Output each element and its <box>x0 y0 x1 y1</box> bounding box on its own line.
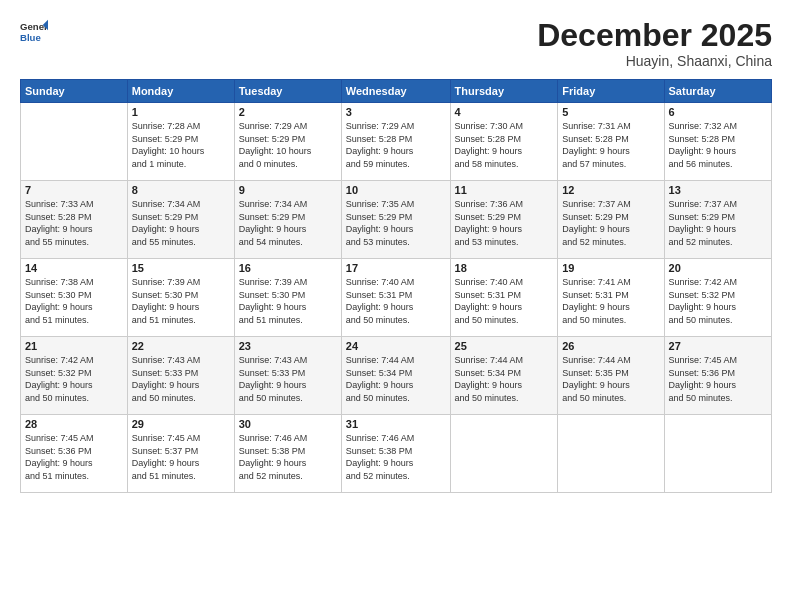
day-number: 10 <box>346 184 446 196</box>
weekday-header-sunday: Sunday <box>21 80 128 103</box>
calendar-cell: 10Sunrise: 7:35 AM Sunset: 5:29 PM Dayli… <box>341 181 450 259</box>
calendar-cell: 24Sunrise: 7:44 AM Sunset: 5:34 PM Dayli… <box>341 337 450 415</box>
day-number: 9 <box>239 184 337 196</box>
day-detail: Sunrise: 7:46 AM Sunset: 5:38 PM Dayligh… <box>239 432 337 482</box>
day-number: 11 <box>455 184 554 196</box>
day-number: 5 <box>562 106 659 118</box>
day-number: 28 <box>25 418 123 430</box>
day-detail: Sunrise: 7:43 AM Sunset: 5:33 PM Dayligh… <box>239 354 337 404</box>
day-number: 7 <box>25 184 123 196</box>
day-number: 24 <box>346 340 446 352</box>
calendar-cell: 12Sunrise: 7:37 AM Sunset: 5:29 PM Dayli… <box>558 181 664 259</box>
day-number: 27 <box>669 340 767 352</box>
day-number: 6 <box>669 106 767 118</box>
day-detail: Sunrise: 7:35 AM Sunset: 5:29 PM Dayligh… <box>346 198 446 248</box>
calendar-cell: 25Sunrise: 7:44 AM Sunset: 5:34 PM Dayli… <box>450 337 558 415</box>
day-detail: Sunrise: 7:37 AM Sunset: 5:29 PM Dayligh… <box>669 198 767 248</box>
svg-text:General: General <box>20 21 48 32</box>
day-number: 26 <box>562 340 659 352</box>
calendar-cell: 3Sunrise: 7:29 AM Sunset: 5:28 PM Daylig… <box>341 103 450 181</box>
calendar-cell: 18Sunrise: 7:40 AM Sunset: 5:31 PM Dayli… <box>450 259 558 337</box>
calendar-cell: 4Sunrise: 7:30 AM Sunset: 5:28 PM Daylig… <box>450 103 558 181</box>
day-detail: Sunrise: 7:45 AM Sunset: 5:36 PM Dayligh… <box>669 354 767 404</box>
calendar-cell: 30Sunrise: 7:46 AM Sunset: 5:38 PM Dayli… <box>234 415 341 493</box>
weekday-header-tuesday: Tuesday <box>234 80 341 103</box>
day-number: 3 <box>346 106 446 118</box>
calendar-cell: 7Sunrise: 7:33 AM Sunset: 5:28 PM Daylig… <box>21 181 128 259</box>
day-detail: Sunrise: 7:34 AM Sunset: 5:29 PM Dayligh… <box>239 198 337 248</box>
svg-text:Blue: Blue <box>20 32 41 43</box>
day-detail: Sunrise: 7:40 AM Sunset: 5:31 PM Dayligh… <box>455 276 554 326</box>
calendar-cell: 27Sunrise: 7:45 AM Sunset: 5:36 PM Dayli… <box>664 337 771 415</box>
day-number: 2 <box>239 106 337 118</box>
calendar-cell: 20Sunrise: 7:42 AM Sunset: 5:32 PM Dayli… <box>664 259 771 337</box>
day-detail: Sunrise: 7:37 AM Sunset: 5:29 PM Dayligh… <box>562 198 659 248</box>
logo-icon: General Blue <box>20 18 48 46</box>
calendar-cell: 9Sunrise: 7:34 AM Sunset: 5:29 PM Daylig… <box>234 181 341 259</box>
day-number: 12 <box>562 184 659 196</box>
day-number: 21 <box>25 340 123 352</box>
calendar-cell: 16Sunrise: 7:39 AM Sunset: 5:30 PM Dayli… <box>234 259 341 337</box>
day-detail: Sunrise: 7:46 AM Sunset: 5:38 PM Dayligh… <box>346 432 446 482</box>
day-detail: Sunrise: 7:29 AM Sunset: 5:28 PM Dayligh… <box>346 120 446 170</box>
calendar-cell: 8Sunrise: 7:34 AM Sunset: 5:29 PM Daylig… <box>127 181 234 259</box>
day-detail: Sunrise: 7:39 AM Sunset: 5:30 PM Dayligh… <box>239 276 337 326</box>
day-detail: Sunrise: 7:42 AM Sunset: 5:32 PM Dayligh… <box>25 354 123 404</box>
day-detail: Sunrise: 7:45 AM Sunset: 5:36 PM Dayligh… <box>25 432 123 482</box>
calendar-cell <box>558 415 664 493</box>
month-title: December 2025 <box>537 18 772 53</box>
day-detail: Sunrise: 7:44 AM Sunset: 5:34 PM Dayligh… <box>455 354 554 404</box>
calendar-cell: 11Sunrise: 7:36 AM Sunset: 5:29 PM Dayli… <box>450 181 558 259</box>
calendar-cell: 28Sunrise: 7:45 AM Sunset: 5:36 PM Dayli… <box>21 415 128 493</box>
calendar-cell <box>21 103 128 181</box>
calendar-cell: 19Sunrise: 7:41 AM Sunset: 5:31 PM Dayli… <box>558 259 664 337</box>
day-detail: Sunrise: 7:44 AM Sunset: 5:35 PM Dayligh… <box>562 354 659 404</box>
day-number: 18 <box>455 262 554 274</box>
location: Huayin, Shaanxi, China <box>537 53 772 69</box>
weekday-header-friday: Friday <box>558 80 664 103</box>
calendar-cell: 26Sunrise: 7:44 AM Sunset: 5:35 PM Dayli… <box>558 337 664 415</box>
day-detail: Sunrise: 7:42 AM Sunset: 5:32 PM Dayligh… <box>669 276 767 326</box>
day-number: 4 <box>455 106 554 118</box>
day-number: 31 <box>346 418 446 430</box>
day-number: 22 <box>132 340 230 352</box>
day-number: 13 <box>669 184 767 196</box>
day-detail: Sunrise: 7:38 AM Sunset: 5:30 PM Dayligh… <box>25 276 123 326</box>
day-detail: Sunrise: 7:31 AM Sunset: 5:28 PM Dayligh… <box>562 120 659 170</box>
day-number: 23 <box>239 340 337 352</box>
day-number: 1 <box>132 106 230 118</box>
day-number: 20 <box>669 262 767 274</box>
calendar-table: SundayMondayTuesdayWednesdayThursdayFrid… <box>20 79 772 493</box>
calendar-cell <box>664 415 771 493</box>
logo: General Blue <box>20 18 48 46</box>
day-number: 19 <box>562 262 659 274</box>
day-detail: Sunrise: 7:41 AM Sunset: 5:31 PM Dayligh… <box>562 276 659 326</box>
calendar-cell: 1Sunrise: 7:28 AM Sunset: 5:29 PM Daylig… <box>127 103 234 181</box>
day-detail: Sunrise: 7:33 AM Sunset: 5:28 PM Dayligh… <box>25 198 123 248</box>
calendar-cell: 6Sunrise: 7:32 AM Sunset: 5:28 PM Daylig… <box>664 103 771 181</box>
day-detail: Sunrise: 7:40 AM Sunset: 5:31 PM Dayligh… <box>346 276 446 326</box>
day-detail: Sunrise: 7:39 AM Sunset: 5:30 PM Dayligh… <box>132 276 230 326</box>
calendar-cell: 17Sunrise: 7:40 AM Sunset: 5:31 PM Dayli… <box>341 259 450 337</box>
calendar-cell: 29Sunrise: 7:45 AM Sunset: 5:37 PM Dayli… <box>127 415 234 493</box>
calendar-cell: 22Sunrise: 7:43 AM Sunset: 5:33 PM Dayli… <box>127 337 234 415</box>
calendar-cell: 13Sunrise: 7:37 AM Sunset: 5:29 PM Dayli… <box>664 181 771 259</box>
day-detail: Sunrise: 7:45 AM Sunset: 5:37 PM Dayligh… <box>132 432 230 482</box>
calendar-cell: 23Sunrise: 7:43 AM Sunset: 5:33 PM Dayli… <box>234 337 341 415</box>
calendar-cell: 5Sunrise: 7:31 AM Sunset: 5:28 PM Daylig… <box>558 103 664 181</box>
day-number: 15 <box>132 262 230 274</box>
day-number: 25 <box>455 340 554 352</box>
weekday-header-monday: Monday <box>127 80 234 103</box>
weekday-header-saturday: Saturday <box>664 80 771 103</box>
day-number: 8 <box>132 184 230 196</box>
day-detail: Sunrise: 7:28 AM Sunset: 5:29 PM Dayligh… <box>132 120 230 170</box>
day-detail: Sunrise: 7:36 AM Sunset: 5:29 PM Dayligh… <box>455 198 554 248</box>
day-detail: Sunrise: 7:43 AM Sunset: 5:33 PM Dayligh… <box>132 354 230 404</box>
weekday-header-thursday: Thursday <box>450 80 558 103</box>
day-number: 29 <box>132 418 230 430</box>
title-block: December 2025 Huayin, Shaanxi, China <box>537 18 772 69</box>
calendar-cell: 14Sunrise: 7:38 AM Sunset: 5:30 PM Dayli… <box>21 259 128 337</box>
day-detail: Sunrise: 7:34 AM Sunset: 5:29 PM Dayligh… <box>132 198 230 248</box>
day-detail: Sunrise: 7:44 AM Sunset: 5:34 PM Dayligh… <box>346 354 446 404</box>
weekday-header-wednesday: Wednesday <box>341 80 450 103</box>
